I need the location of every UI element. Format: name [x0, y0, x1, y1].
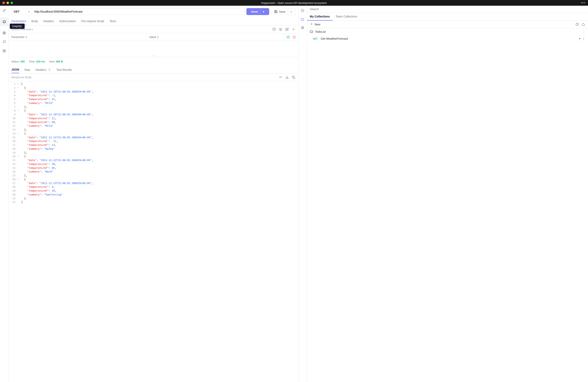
collection-name: TodoList	[315, 30, 326, 33]
help-icon[interactable]	[272, 27, 276, 31]
svg-marker-19	[301, 26, 304, 28]
window-maximize-button[interactable]	[11, 2, 13, 4]
window-menu-button[interactable]: •••	[581, 1, 586, 5]
request-status-dot	[579, 38, 580, 39]
rtab-json[interactable]: JSON	[11, 66, 19, 73]
history-icon[interactable]	[300, 9, 305, 13]
response-body-code[interactable]: 1▾[2▾ {3 "date": "2021-12-19T15:08:05.38…	[9, 81, 298, 382]
delete-all-icon[interactable]	[279, 27, 282, 31]
chevron-down-icon[interactable]: ▾	[291, 10, 292, 13]
collections-search-input[interactable]	[310, 7, 585, 11]
folder-icon	[310, 30, 313, 34]
svg-rect-17	[293, 77, 295, 79]
request-tabs: Parameters Body Headers Authorization Pr…	[9, 18, 298, 25]
add-icon[interactable]	[292, 27, 295, 31]
request-response-divider[interactable]: •••	[9, 41, 298, 57]
ctab-team[interactable]: Team Collections	[333, 13, 360, 20]
tab-tests[interactable]: Tests	[109, 18, 116, 25]
right-icon-rail	[298, 6, 307, 382]
plus-icon[interactable]	[310, 22, 313, 26]
status-bar: Status: 200 Time: 220 ms Size: 495 B	[9, 57, 298, 65]
graphql-tooltip: GraphQL	[10, 24, 25, 29]
size-label: Size:	[49, 60, 55, 63]
collections-icon[interactable]	[300, 17, 305, 21]
window-title: Hoppscotch - Open source API development…	[261, 1, 327, 4]
save-label: Save	[279, 10, 285, 13]
copy-icon[interactable]	[292, 76, 295, 79]
collection-item[interactable]: TodoList ⋮	[307, 28, 588, 35]
rest-icon[interactable]	[2, 9, 6, 13]
rtab-testresults[interactable]: Test Results	[56, 66, 72, 73]
request-more-icon[interactable]: ⋮	[582, 37, 585, 40]
tab-authorization[interactable]: Authorization	[59, 18, 76, 25]
ctab-my[interactable]: My Collections	[307, 13, 333, 20]
status-label: Status:	[11, 60, 20, 63]
env-icon[interactable]	[300, 26, 305, 30]
chevron-down-icon[interactable]: ▾	[263, 10, 264, 13]
send-button[interactable]: Send ▾	[246, 8, 269, 15]
size-value: 495 B	[56, 60, 63, 63]
request-item[interactable]: GET Get WeatherForecast ⋮	[307, 35, 588, 42]
svg-point-13	[287, 36, 289, 38]
response-body-label: Response Body	[11, 76, 32, 79]
rtab-headers[interactable]: Headers 4	[35, 66, 51, 73]
main-panel: GET ▾ Send ▾ Save ▾ Parameters Body Head…	[9, 6, 298, 382]
collection-more-icon[interactable]: ⋮	[582, 30, 585, 33]
url-input[interactable]	[32, 8, 245, 15]
settings-icon[interactable]	[2, 49, 6, 53]
realtime-icon[interactable]	[2, 31, 6, 35]
request-method: GET	[313, 38, 319, 40]
tab-prerequest[interactable]: Pre-request Script	[81, 18, 104, 25]
svg-point-4	[4, 23, 4, 23]
help-icon[interactable]	[575, 22, 579, 26]
response-tabs: JSON Raw Headers 4 Test Results	[9, 65, 298, 73]
time-label: Time:	[29, 60, 35, 63]
send-label: Send	[251, 10, 258, 13]
save-button[interactable]: Save ▾	[271, 8, 295, 15]
docs-icon[interactable]	[2, 40, 6, 44]
svg-point-8	[4, 50, 5, 51]
left-sidebar: GraphQL	[0, 6, 9, 382]
svg-point-5	[3, 22, 3, 22]
time-value: 220 ms	[36, 60, 45, 63]
import-icon[interactable]	[582, 22, 585, 26]
collections-panel: My Collections Team Collections New Todo…	[307, 6, 588, 382]
window-minimize-button[interactable]	[6, 2, 9, 4]
chevron-down-icon: ▾	[28, 10, 30, 13]
status-value: 200	[20, 60, 25, 63]
svg-point-3	[5, 22, 6, 22]
param-key-input[interactable]	[11, 35, 143, 39]
request-name: Get WeatherForecast	[321, 37, 577, 40]
method-select[interactable]: GET ▾	[11, 8, 32, 15]
param-row	[9, 33, 298, 41]
svg-point-6	[3, 21, 3, 21]
titlebar: Hoppscotch - Open source API development…	[0, 0, 588, 6]
window-close-button[interactable]	[2, 2, 5, 4]
param-value-input[interactable]	[149, 35, 281, 39]
svg-point-1	[4, 20, 4, 20]
headers-count-badge: 4	[47, 68, 51, 71]
method-label: GET	[14, 10, 28, 13]
new-collection-label[interactable]: New	[315, 23, 320, 26]
download-icon[interactable]	[285, 76, 289, 79]
param-enable-icon[interactable]	[286, 35, 290, 39]
graphql-icon[interactable]	[0, 18, 8, 26]
tab-body[interactable]: Body	[31, 18, 38, 25]
edit-icon[interactable]	[285, 27, 289, 31]
rtab-raw[interactable]: Raw	[24, 66, 30, 73]
save-icon	[274, 10, 277, 13]
wrap-lines-icon[interactable]	[279, 76, 282, 79]
tab-headers[interactable]: Headers	[43, 18, 54, 25]
svg-point-2	[5, 21, 6, 21]
param-delete-icon[interactable]	[292, 35, 296, 39]
